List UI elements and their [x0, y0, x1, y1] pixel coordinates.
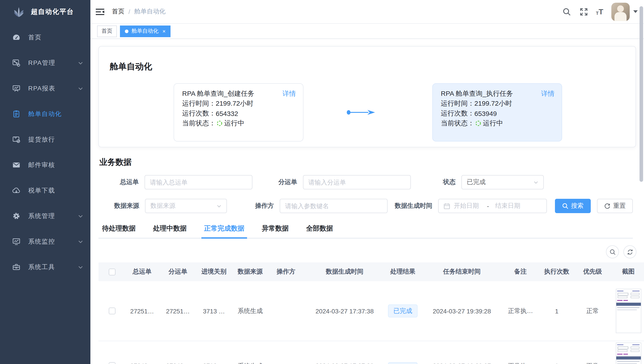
gen-time-label: 数据生成时间: [388, 202, 432, 210]
tag-manifest-active[interactable]: 舱单自动化 ×: [120, 25, 170, 37]
tab-completed[interactable]: 正常完成数据: [204, 224, 244, 238]
tag-home[interactable]: 首页: [97, 25, 117, 37]
row-checkbox[interactable]: [108, 308, 115, 314]
sidebar-item-home[interactable]: 首页: [0, 25, 90, 50]
running-spinner-icon: [475, 120, 481, 126]
detail-link[interactable]: 详情: [536, 90, 554, 98]
tag-close-icon[interactable]: ×: [162, 29, 166, 34]
house-bill-label: 分运单: [252, 178, 297, 186]
sidebar-menu: 首页 RPA管理 RPA报表 舱单自动化 提货放行 邮: [0, 24, 90, 280]
house-bill-input[interactable]: [308, 179, 406, 186]
sidebar-item-label: 邮件审核: [28, 161, 55, 169]
search-icon[interactable]: [562, 8, 571, 16]
top-header: 首页 / 舱单自动化 TT: [90, 0, 644, 24]
rpa-report-icon: [12, 84, 20, 93]
runs-value: 653949: [474, 110, 497, 117]
sidebar-item-label: 系统管理: [28, 212, 55, 220]
master-bill-input[interactable]: [150, 179, 247, 186]
main-area: 首页 / 舱单自动化 TT 首页: [90, 0, 644, 364]
status-badge: 已完成: [388, 362, 418, 364]
tab-all[interactable]: 全部数据: [306, 224, 333, 238]
chevron-down-icon: [78, 264, 83, 270]
sidebar-fold-icon[interactable]: [96, 8, 104, 16]
monitor-icon: [12, 237, 20, 246]
breadcrumb-home[interactable]: 首页: [112, 8, 124, 16]
sidebar-item-system-monitor[interactable]: 系统监控: [0, 229, 90, 254]
row-checkbox[interactable]: [108, 362, 115, 364]
table-row: 27243… 27243… 3713 … 系统生成 2024-03-27 17:…: [98, 341, 644, 364]
user-menu-caret-icon[interactable]: [633, 10, 638, 13]
tag-label: 舱单自动化: [132, 27, 158, 35]
sidebar-item-mail-review[interactable]: 邮件审核: [0, 152, 90, 178]
col-result: 处理结果: [387, 268, 419, 276]
sidebar-item-cargo-release[interactable]: 提货放行: [0, 127, 90, 152]
page-content: 舱单自动化 RPA 舱单查询_创建任务 详情 运行时间：2199.72小时 运行…: [90, 39, 644, 364]
breadcrumb-separator: /: [128, 8, 130, 15]
operator-input-wrap: [280, 199, 388, 213]
sidebar-item-label: 系统工具: [28, 263, 55, 271]
cell-remark: 正常执…: [505, 341, 536, 364]
screenshot-thumbnail[interactable]: [616, 342, 641, 364]
cell-operator: [270, 341, 302, 362]
cell-customs: 3713 …: [197, 341, 231, 364]
font-size-icon[interactable]: TT: [596, 8, 603, 16]
fullscreen-icon[interactable]: [579, 8, 588, 16]
status-value: 运行中: [483, 119, 503, 128]
dashboard-icon: [12, 33, 20, 42]
reset-button[interactable]: 重置: [597, 199, 633, 213]
data-source-select[interactable]: 数据来源: [145, 199, 227, 213]
running-spinner-icon: [216, 120, 222, 126]
app-logo: 超自动化平台: [0, 0, 90, 24]
chevron-down-icon: [78, 60, 83, 66]
sidebar-item-rpa-report[interactable]: RPA报表: [0, 76, 90, 101]
sidebar-item-manifest[interactable]: 舱单自动化: [0, 101, 90, 127]
tab-processing[interactable]: 处理中数据: [153, 224, 186, 238]
detail-link[interactable]: 详情: [278, 90, 296, 98]
table-search-button[interactable]: [606, 245, 619, 258]
screenshot-thumbnail[interactable]: [616, 289, 641, 333]
flow-arrow-icon: [346, 109, 375, 116]
start-date-placeholder: 开始日期: [454, 202, 479, 210]
sidebar-item-label: 税单下载: [28, 186, 55, 195]
house-bill-input-wrap: [303, 175, 411, 189]
cell-customs: 3713 …: [197, 307, 231, 314]
data-source-label: 数据来源: [98, 202, 139, 210]
search-icon: [562, 203, 568, 209]
sidebar-item-tax-download[interactable]: 税单下载: [0, 178, 90, 203]
cargo-release-icon: [12, 135, 20, 144]
select-all-checkbox[interactable]: [108, 268, 115, 275]
tab-pending[interactable]: 待处理数据: [102, 224, 136, 238]
sidebar-item-system-tools[interactable]: 系统工具: [0, 254, 90, 280]
sidebar-item-label: 提货放行: [28, 135, 55, 144]
date-range-picker[interactable]: 开始日期 - 结束日期: [438, 199, 547, 213]
breadcrumb: 首页 / 舱单自动化: [112, 8, 166, 16]
status-select[interactable]: 已完成: [462, 175, 544, 189]
status-value: 运行中: [224, 119, 244, 128]
operator-input[interactable]: [285, 202, 382, 210]
data-source-placeholder: 数据来源: [150, 202, 176, 210]
rpa-card-create-task: RPA 舱单查询_创建任务 详情 运行时间：2199.72小时 运行次数：654…: [174, 83, 304, 142]
user-avatar[interactable]: [611, 3, 630, 21]
cell-house: 27243…: [159, 341, 197, 364]
sidebar-item-label: 首页: [28, 33, 42, 42]
gear-icon: [12, 212, 20, 220]
sidebar-item-rpa-manage[interactable]: RPA管理: [0, 50, 90, 76]
status-select-value: 已完成: [467, 178, 486, 186]
search-button[interactable]: 搜索: [555, 199, 591, 213]
toolbox-icon: [12, 263, 20, 271]
filter-row-2: 数据来源 数据来源 操作方 数据生成时间 开始日期 - 结束日期: [98, 199, 644, 213]
table-refresh-button[interactable]: [624, 245, 636, 258]
lotus-logo-icon: [12, 6, 26, 18]
sidebar-item-system-manage[interactable]: 系统管理: [0, 203, 90, 229]
runtime-label: 运行时间：: [182, 99, 216, 108]
cell-created: 2024-03-27 17:37:39: [302, 341, 387, 364]
sidebar-item-label: RPA管理: [28, 59, 56, 67]
col-house: 分运单: [159, 268, 197, 276]
sidebar-item-label: RPA报表: [28, 84, 56, 93]
tab-abnormal[interactable]: 异常数据: [262, 224, 289, 238]
cell-runs: 1: [536, 341, 577, 364]
cell-source: 系统生成: [231, 307, 270, 315]
vertical-scrollbar[interactable]: [640, 6, 643, 182]
cell-priority: 正常: [577, 341, 608, 364]
panel-title: 舱单自动化: [110, 61, 625, 73]
